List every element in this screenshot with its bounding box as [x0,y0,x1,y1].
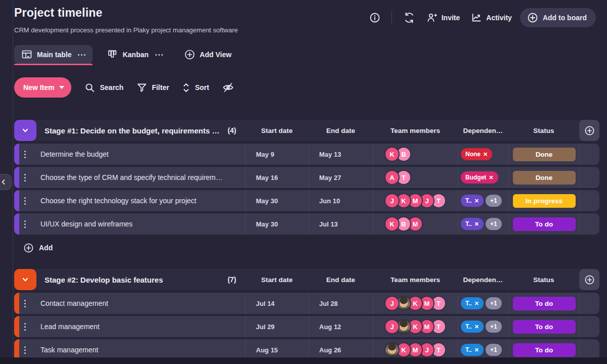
dependencies-cell[interactable]: Budget✕ [458,167,508,188]
dependencies-cell[interactable]: T..✕+1 [458,213,508,235]
drag-handle-icon[interactable] [24,174,40,181]
remove-x-icon[interactable]: ✕ [474,300,479,307]
dependency-badge[interactable]: +1 [486,297,502,309]
status-pill[interactable]: In progress [513,194,576,208]
drag-handle-icon[interactable] [24,323,40,331]
status-cell[interactable]: To do [508,293,579,314]
invite-button[interactable]: Invite [423,9,463,26]
table-row[interactable]: UI/UX design and wireframes May 30 Jul 1… [14,213,599,235]
status-pill[interactable]: To do [513,297,576,310]
end-date-cell[interactable]: Aug 12 [309,316,373,337]
avatar-initial[interactable]: A [384,170,400,185]
status-cell[interactable]: To do [508,213,579,235]
tab-kanban[interactable]: Kanban [100,45,169,64]
horizontal-scrollbar-track[interactable] [0,357,607,364]
team-members-cell[interactable]: JKMT [373,293,458,314]
dependencies-cell[interactable]: None✕ [458,144,508,165]
status-pill[interactable]: Done [513,171,576,185]
new-item-button[interactable]: New Item [14,77,71,98]
tab-add-view[interactable]: Add View [177,45,239,64]
team-members-cell[interactable]: AT [373,167,458,188]
remove-x-icon[interactable]: ✕ [474,221,479,228]
drag-handle-icon[interactable] [24,346,40,354]
remove-x-icon[interactable]: ✕ [483,151,488,158]
dependency-badge[interactable]: T..✕ [461,344,484,356]
dependency-badge[interactable]: Budget✕ [461,171,498,184]
team-members-cell[interactable]: KBM [373,213,458,235]
end-date-cell[interactable]: Jun 10 [309,190,373,211]
team-members-cell[interactable]: KB [373,144,458,165]
start-date-cell[interactable]: Jul 29 [245,316,309,337]
table-row[interactable]: Contact management Jul 14 Jul 28 JKMT T.… [14,293,599,314]
dependencies-cell[interactable]: T..✕+1 [458,190,508,211]
tab-main-table[interactable]: Main table [14,45,93,64]
drag-handle-icon[interactable] [24,197,40,205]
avatar-initial[interactable]: K [384,216,400,232]
avatar-initial[interactable]: J [384,319,400,334]
sort-button[interactable]: Sort [182,82,209,93]
group-collapse-button[interactable] [14,269,36,290]
status-cell[interactable]: To do [508,316,579,337]
group-add-row[interactable]: Add [14,239,115,257]
team-members-cell[interactable]: JKMT [373,316,458,337]
status-cell[interactable]: In progress [508,190,579,211]
end-date-cell[interactable]: Jul 13 [309,213,373,235]
avatar-initial[interactable]: K [384,147,400,162]
remove-x-icon[interactable]: ✕ [474,347,479,353]
start-date-cell[interactable]: May 30 [245,190,309,211]
status-cell[interactable]: Done [508,167,579,188]
drag-handle-icon[interactable] [24,151,40,158]
end-date-cell[interactable]: May 27 [309,167,373,188]
table-row[interactable]: Choose the right technology stack for yo… [14,190,599,211]
remove-x-icon[interactable]: ✕ [474,198,479,204]
dependency-badge[interactable]: T..✕ [461,297,484,309]
dependency-badge[interactable]: None✕ [461,148,492,160]
filter-button[interactable]: Filter [137,82,169,93]
add-column-button[interactable] [579,269,599,290]
status-pill[interactable]: Done [513,148,576,161]
tab-options-icon[interactable] [155,54,163,56]
team-members-cell[interactable]: JKMJT [373,190,458,211]
dependency-badge[interactable]: +1 [486,195,502,207]
caret-down-icon[interactable] [59,86,64,89]
hide-columns-button[interactable] [222,81,234,94]
item-name: Determine the budget [40,150,245,158]
add-to-board-button[interactable]: Add to board [520,8,596,27]
dependencies-cell[interactable]: T..✕+1 [458,293,508,314]
collapse-sidebar-button[interactable] [0,174,12,190]
sync-button[interactable] [400,9,418,27]
dependency-badge[interactable]: T..✕ [461,195,484,207]
table-row[interactable]: Choose the type of CRM and specify techn… [14,167,599,188]
dependencies-cell[interactable]: T..✕+1 [458,316,508,337]
search-button[interactable]: Search [84,82,123,93]
table-row[interactable]: Determine the budget May 9 May 13 KB Non… [14,144,599,165]
avatar-photo[interactable] [384,342,400,357]
info-button[interactable] [366,9,383,26]
status-cell[interactable]: Done [508,144,579,165]
drag-handle-icon[interactable] [24,300,40,307]
dependency-badge[interactable]: +1 [486,218,502,230]
start-date-cell[interactable]: May 30 [245,213,309,235]
start-date-cell[interactable]: May 16 [245,167,309,188]
table-row[interactable]: Lead management Jul 29 Aug 12 JKMT T..✕+… [14,316,599,337]
activity-button[interactable]: Activity [468,9,515,26]
status-pill[interactable]: To do [513,320,576,334]
status-pill[interactable]: To do [513,343,576,357]
group-collapse-button[interactable] [14,120,36,141]
dependency-badge[interactable]: +1 [486,321,502,333]
dependency-badge[interactable]: T..✕ [461,321,484,333]
add-column-button[interactable] [579,120,599,141]
remove-x-icon[interactable]: ✕ [474,324,479,330]
start-date-cell[interactable]: Jul 14 [245,293,309,314]
dependency-badge[interactable]: +1 [486,344,502,356]
drag-handle-icon[interactable] [24,220,40,228]
start-date-cell[interactable]: May 9 [245,144,309,165]
end-date-cell[interactable]: Jul 28 [309,293,373,314]
avatar-initial[interactable]: J [384,193,400,208]
end-date-cell[interactable]: May 13 [309,144,373,165]
tab-options-icon[interactable] [78,54,85,56]
dependency-badge[interactable]: T..✕ [461,218,484,230]
remove-x-icon[interactable]: ✕ [489,174,493,181]
avatar-initial[interactable]: J [384,296,400,311]
status-pill[interactable]: To do [513,217,576,231]
